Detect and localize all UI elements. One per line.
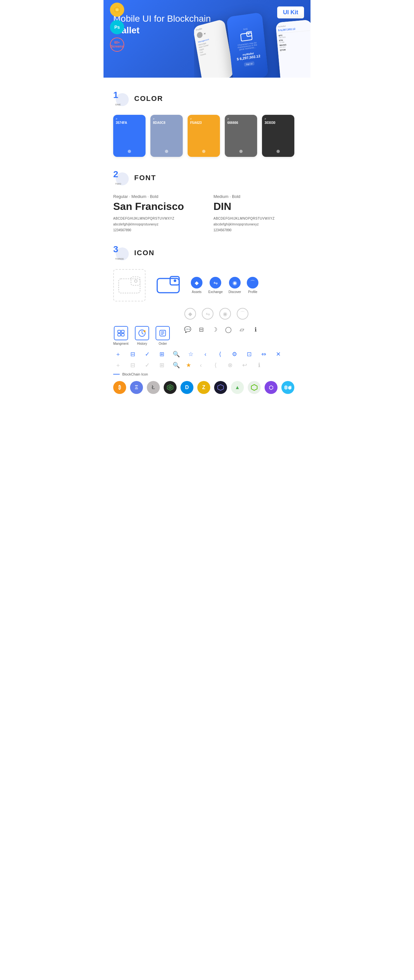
litecoin-icon: Ł xyxy=(147,381,160,394)
color-title: COLOR xyxy=(134,94,163,103)
svg-rect-11 xyxy=(118,330,121,333)
tab-profile: ⌒ Profile xyxy=(247,277,258,294)
check-outline-icon: ✓ xyxy=(142,361,152,369)
tab-profile-outline: ⌒ xyxy=(237,308,248,320)
check-icon: ✓ xyxy=(142,351,152,358)
svg-marker-22 xyxy=(168,385,172,390)
star-icon: ☆ xyxy=(186,351,196,358)
swap-outline-icon: ℹ xyxy=(254,361,264,369)
message-icon: ▱ xyxy=(237,326,247,333)
swap-icon: ⇔ xyxy=(259,351,269,358)
color-orange: # F5A623 xyxy=(188,115,220,157)
font-showcase: Regular · Medium · Bold San Francisco AB… xyxy=(113,194,301,232)
dash-icon: D xyxy=(180,381,193,394)
matic-icon xyxy=(282,381,295,394)
history-icon: History xyxy=(135,326,149,345)
tab-icons-outline: ◆ ⇋ ◉ ⌒ xyxy=(184,308,301,320)
chat-icon: 💬 xyxy=(183,326,193,333)
document-icon: ⊟ xyxy=(128,351,137,358)
color-section-header: 1 ONE COLOR xyxy=(113,91,301,107)
tab-discover-outline: ◉ xyxy=(219,308,231,320)
screens-badge: 60+Screens xyxy=(110,38,124,52)
plus-icon: ＋ xyxy=(113,350,123,358)
hero-badges: Ps 60+Screens xyxy=(110,3,124,52)
zcash-icon: Z xyxy=(197,381,210,394)
font-din: Medium · Bold DIN ABCDEFGHIJKLMNOPQRSTUV… xyxy=(213,194,301,232)
circle-icon: ◯ xyxy=(223,326,233,333)
icon-section-header: 3 THREE ICON xyxy=(113,245,301,261)
back-outline-icon: ‹ xyxy=(196,362,206,369)
font-sf: Regular · Medium · Bold San Francisco AB… xyxy=(113,194,201,232)
main-content: 1 ONE COLOR # 3574FA # 8DA0C8 # F5A623 #… xyxy=(104,91,310,404)
settings-icon: ⚙ xyxy=(230,351,239,358)
layers-icon: ⊟ xyxy=(196,326,206,333)
color-blue: # 3574FA xyxy=(113,115,145,157)
order-icon: Order xyxy=(156,326,170,345)
color-dark: # 303030 xyxy=(262,115,295,157)
info-icon: ℹ xyxy=(251,326,260,333)
tab-exchange: ⇋ Exchange xyxy=(208,277,223,294)
svg-rect-14 xyxy=(121,334,124,336)
color-swatches: # 3574FA # 8DA0C8 # F5A623 # 666666 # 30… xyxy=(113,115,301,157)
svg-marker-23 xyxy=(218,385,223,390)
utility-icons-outline: ＋ ⊟ ✓ ⊞ 🔍 ★ ‹ ⟨ ⊗ ↩ ℹ xyxy=(113,361,301,369)
icon-row-1: ◆ Assets ⇋ Exchange ◉ Discover ⌒ Profile xyxy=(113,269,301,301)
search-icon: 🔍 xyxy=(171,351,181,358)
svg-rect-12 xyxy=(121,330,124,333)
svg-point-16 xyxy=(143,330,145,332)
star-filled-icon: ★ xyxy=(186,361,191,369)
hex-icon xyxy=(214,381,227,394)
settings-outline-icon: ⊗ xyxy=(225,361,235,369)
color-gray: # 666666 xyxy=(225,115,257,157)
search-outline-icon: 🔍 xyxy=(171,361,181,369)
sketch-badge xyxy=(110,3,124,17)
export-outline-icon: ↩ xyxy=(240,361,249,369)
management-icons-row: Mangment History xyxy=(113,326,301,345)
misc-icons: 💬 ⊟ ☽ ◯ ▱ ℹ xyxy=(183,326,260,333)
grid-outline-icon: ⊞ xyxy=(157,361,167,369)
tab-exchange-outline: ⇋ xyxy=(202,308,213,320)
ark-icon: ▲ xyxy=(231,381,244,394)
section-1-num: 1 ONE xyxy=(113,91,129,107)
tab-assets: ◆ Assets xyxy=(191,277,202,294)
svg-rect-6 xyxy=(131,277,140,285)
share-outline-icon: ⟨ xyxy=(210,361,220,369)
phone-right: myWallet $ 6,297,502.12 BTC 788-2003 ETH… xyxy=(275,20,310,78)
plus-outline-icon: ＋ xyxy=(113,361,123,369)
svg-point-7 xyxy=(135,280,137,282)
icon-title: ICON xyxy=(134,249,154,257)
steem-icon xyxy=(164,381,177,394)
wallet-wireframe-icon xyxy=(113,269,145,301)
export-icon: ⊡ xyxy=(244,351,254,358)
ethereum-icon: Ξ xyxy=(130,381,143,394)
neo-icon xyxy=(248,381,261,394)
font-section-header: 2 TWO FONT xyxy=(113,170,301,186)
blockchain-label: BlockChain Icon xyxy=(113,372,301,376)
wallet-solid-icon xyxy=(152,269,184,301)
font-title: FONT xyxy=(134,174,156,182)
close-icon: ✕ xyxy=(273,351,283,358)
moon-icon: ☽ xyxy=(210,326,220,333)
bitcoin-icon: ₿ xyxy=(113,381,126,394)
polygon-icon: ⬡ xyxy=(264,381,277,394)
crypto-icons: ₿ Ξ Ł D Z ▲ ⬡ xyxy=(113,381,301,394)
phone-center: 9:41 Characters may bemasterpieces in th… xyxy=(226,12,269,78)
icon-showcase: ◆ Assets ⇋ Exchange ◉ Discover ⌒ Profile xyxy=(113,269,301,404)
hero-section: Mobile UI for Blockchain Wallet UI Kit P… xyxy=(104,0,310,78)
phone-mockups: Profile AI Management Message Mail Cente… xyxy=(194,3,310,78)
tab-assets-outline: ◆ xyxy=(184,308,196,320)
ps-badge: Ps xyxy=(110,20,124,34)
document-outline-icon: ⊟ xyxy=(128,361,137,369)
back-icon: ‹ xyxy=(201,351,210,358)
share-icon: ⟨ xyxy=(215,351,225,358)
svg-point-10 xyxy=(174,280,176,282)
tab-icons-filled: ◆ Assets ⇋ Exchange ◉ Discover ⌒ Profile xyxy=(191,277,258,294)
svg-marker-24 xyxy=(251,385,257,390)
svg-rect-13 xyxy=(118,334,121,336)
grid-icon: ⊞ xyxy=(157,351,167,358)
section-3-num: 3 THREE xyxy=(113,245,129,261)
section-2-num: 2 TWO xyxy=(113,170,129,186)
tab-discover: ◉ Discover xyxy=(228,277,241,294)
color-gray-blue: # 8DA0C8 xyxy=(150,115,183,157)
management-icon: Mangment xyxy=(113,326,128,345)
